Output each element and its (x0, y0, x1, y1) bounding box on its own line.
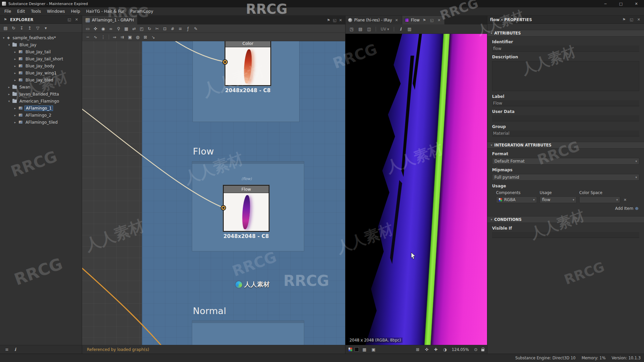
tree-view-icon[interactable]: ≡ (3, 346, 10, 353)
format-dropdown[interactable]: Default Format ▾ (492, 158, 639, 165)
menu-paramcopy[interactable]: ParamCopy (127, 7, 156, 16)
dock-icon[interactable]: ◱ (66, 17, 72, 22)
chevron-right-icon[interactable]: ▸ (13, 57, 17, 61)
pan-icon[interactable]: ✜ (423, 346, 430, 353)
align-icon[interactable]: ≡ (177, 25, 184, 32)
save-image-icon[interactable]: ▤ (357, 26, 364, 33)
close-button[interactable]: ✕ (629, 0, 644, 7)
histogram-icon[interactable]: ▥ (406, 26, 413, 33)
contrast-icon[interactable]: ◑ (441, 346, 448, 353)
channels-icon[interactable] (348, 347, 353, 352)
chevron-down-icon[interactable]: ▾ (7, 100, 11, 103)
color-node-output-dot[interactable] (222, 59, 228, 65)
chevron-right-icon[interactable]: ▸ (7, 85, 11, 89)
close-panel-icon[interactable]: ✕ (74, 17, 79, 22)
fit-view-icon[interactable]: ✚ (432, 346, 439, 353)
swap-connections-icon[interactable]: ⇄ (130, 25, 138, 32)
tab-2d-flow[interactable]: Flow ⚑ ◱ ✕ (402, 16, 445, 24)
section-conditions[interactable]: ▾ CONDITIONS (487, 216, 644, 223)
graph-tab[interactable]: AFlamingo_1 - GRAPH (82, 16, 137, 24)
tree-item-folder[interactable]: ▸ Swan (0, 83, 82, 90)
add-item-row[interactable]: Add Item ⊕ (493, 206, 639, 211)
snapshot-icon[interactable]: ◳ (348, 26, 355, 33)
info-icon[interactable]: i (397, 26, 404, 33)
close-panel-icon[interactable]: ✕ (636, 17, 641, 22)
label-input[interactable]: Flow (492, 100, 639, 106)
menu-file[interactable]: File (1, 7, 14, 16)
export-icon[interactable]: ↥ (26, 25, 33, 32)
chevron-right-icon[interactable]: ▸ (13, 50, 17, 54)
close-tab-icon[interactable]: ✕ (394, 18, 399, 22)
more-options-icon[interactable]: ⋮ (100, 34, 107, 40)
tree-item-graph[interactable]: ▸ AFlamingo_tiled (0, 119, 82, 126)
tree-item-folder[interactable]: ▾ Blue_Jay (0, 41, 82, 48)
components-dropdown[interactable]: RGBA ▾ (496, 196, 537, 203)
transform-node-icon[interactable]: ◰ (138, 25, 145, 32)
identifier-input[interactable]: flow (492, 46, 639, 52)
tree-item-graph[interactable]: ▸ Blue_Jay_body (0, 62, 82, 69)
tree-item-graph[interactable]: ▸ Blue_Jay_wing1 (0, 69, 82, 76)
marquee-select-icon[interactable]: ▭ (84, 25, 91, 32)
save-icon[interactable]: ▤ (2, 25, 9, 32)
grid-icon[interactable]: ▦ (123, 25, 130, 32)
search-icon[interactable]: ⚲ (115, 25, 122, 32)
dock-icon[interactable]: ◱ (629, 17, 634, 22)
close-tab-icon[interactable]: ✕ (338, 18, 343, 22)
menu-windows[interactable]: Windows (44, 7, 68, 16)
import-icon[interactable]: ↧ (18, 25, 25, 32)
uv-dropdown[interactable]: UV ▾ (379, 27, 391, 32)
compute-icon[interactable]: ⇒ (111, 34, 118, 40)
crop-icon[interactable]: ⊠ (142, 34, 149, 40)
chevron-down-icon[interactable]: ▾ (7, 43, 11, 47)
curved-link-icon[interactable]: ∿ (92, 34, 99, 40)
straight-link-icon[interactable]: ─ (84, 34, 91, 40)
minimize-button[interactable]: ─ (598, 0, 613, 7)
dock-icon[interactable]: ◱ (332, 18, 337, 22)
section-integration[interactable]: ▾ INTEGRATION ATTRIBUTES (487, 142, 644, 148)
menu-tools[interactable]: Tools (28, 7, 44, 16)
snapshot-icon[interactable]: ◉ (100, 25, 107, 32)
tree-item-graph[interactable]: ▸ Blue_Jay_tail_short (0, 55, 82, 62)
pin-icon[interactable]: ⚑ (622, 17, 627, 22)
checker-icon[interactable]: ▦ (361, 346, 368, 353)
texture-2d-view[interactable]: 2048 x 2048 (RGBA, 8bpc) (345, 34, 487, 345)
export-graph-icon[interactable]: ↘ (150, 34, 157, 40)
color-node[interactable]: Color 2048x2048 - C8 (225, 41, 271, 86)
close-tab-icon[interactable]: ✕ (437, 18, 442, 22)
link-mode-icon[interactable]: ∞ (107, 25, 114, 32)
usage-dropdown[interactable]: flow ▾ (540, 196, 577, 203)
sync-icon[interactable]: ↻ (10, 25, 17, 32)
section-attributes[interactable]: ▾ ATTRIBUTES (487, 30, 644, 37)
slice-icon[interactable]: ✂ (154, 25, 161, 32)
menu-edit[interactable]: Edit (14, 7, 28, 16)
lock-icon[interactable] (481, 349, 484, 351)
tree-item-graph-selected[interactable]: ▸ AFlamingo_1 (0, 105, 82, 112)
pan-view-icon[interactable]: ✜ (92, 25, 99, 32)
group-input[interactable]: Material (492, 130, 639, 136)
flow-node[interactable]: Flow 2048x2048 - C8 (223, 185, 269, 232)
menu-hairtg[interactable]: HairTG - Hair & Fur (83, 7, 127, 16)
tiles-icon[interactable]: ⊞ (414, 346, 421, 353)
colorspace-dropdown[interactable]: ▾ (579, 196, 620, 203)
pin-icon[interactable]: ⚑ (3, 17, 8, 22)
description-input[interactable] (492, 61, 639, 91)
snap-grid-icon[interactable]: # (169, 25, 176, 32)
chevron-right-icon[interactable]: ▸ (13, 78, 17, 82)
pin-icon[interactable]: ⚑ (422, 18, 427, 22)
function-icon[interactable]: ƒ (184, 25, 192, 32)
compute-all-icon[interactable]: ⇉ (119, 34, 126, 40)
zoom-reset-icon[interactable]: ⊙ (472, 346, 479, 353)
user-data-input[interactable] (492, 115, 639, 121)
flow-node-output-dot[interactable] (221, 205, 226, 210)
paste-icon[interactable]: ▣ (126, 34, 133, 40)
chevron-right-icon[interactable]: ▸ (7, 93, 11, 96)
annotate-icon[interactable]: ✎ (192, 25, 199, 32)
chevron-down-icon[interactable]: ▾ (2, 36, 5, 40)
filter-dropdown-icon[interactable]: ▾ (42, 25, 49, 32)
chevron-right-icon[interactable]: ▸ (13, 121, 17, 124)
filter-icon[interactable]: ▽ (34, 25, 41, 32)
menu-help[interactable]: Help (68, 7, 83, 16)
zoom-level[interactable]: 124.05% (450, 347, 470, 352)
tree-item-package[interactable]: ▾ ◈ sample_feathers.sbs* (0, 34, 82, 41)
split-view-icon[interactable]: ◫ (366, 26, 373, 33)
